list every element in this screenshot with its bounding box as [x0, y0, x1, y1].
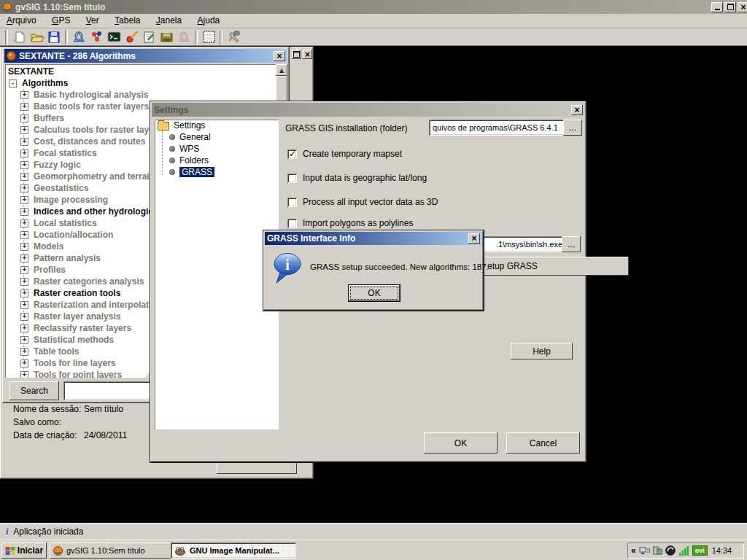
- expand-icon[interactable]: [20, 126, 28, 134]
- sextante-toolbox-icon[interactable]: [70, 29, 88, 45]
- tree-item[interactable]: Calculus tools for raster layer: [34, 125, 157, 135]
- expand-icon[interactable]: [20, 348, 28, 356]
- agent-icon[interactable]: [665, 545, 676, 556]
- menu-gps[interactable]: GPS: [45, 14, 77, 27]
- info-ok-button[interactable]: OK: [348, 284, 400, 302]
- menu-ver[interactable]: Ver: [80, 14, 106, 27]
- checkbox-icon[interactable]: [287, 198, 297, 207]
- tree-item[interactable]: Rasterization and interpolati: [34, 300, 151, 310]
- tree-item[interactable]: Reclassify raster layers: [34, 323, 131, 333]
- tree-item[interactable]: Cost, distances and routes: [34, 136, 145, 147]
- expand-icon[interactable]: [20, 219, 28, 228]
- tree-item[interactable]: Buffers: [34, 113, 64, 123]
- expand-icon[interactable]: [20, 243, 28, 251]
- sextante-close-button[interactable]: [274, 51, 285, 61]
- expand-icon[interactable]: [20, 301, 28, 309]
- expand-icon[interactable]: [20, 289, 28, 298]
- tree-item-algorithms[interactable]: Algorithms: [22, 78, 68, 88]
- tree-item[interactable]: Focal statistics: [34, 148, 97, 158]
- project-restore-button[interactable]: [292, 50, 301, 59]
- option-geographic-latlong[interactable]: Input data is geographic lat/long: [287, 173, 427, 183]
- tree-item[interactable]: Profiles: [34, 265, 66, 275]
- start-button[interactable]: Iniciar: [1, 542, 47, 559]
- expand-icon[interactable]: [20, 173, 28, 181]
- expand-icon[interactable]: [20, 324, 28, 332]
- tree-item[interactable]: Location/allocation: [34, 230, 113, 240]
- help-button[interactable]: Help: [511, 343, 573, 359]
- expand-icon[interactable]: [20, 196, 28, 204]
- tree-item[interactable]: Tools for point layers: [34, 370, 122, 378]
- expand-icon[interactable]: [20, 103, 28, 111]
- checkbox-icon[interactable]: [287, 219, 297, 228]
- project-close-button[interactable]: [303, 50, 312, 59]
- settings-tree-wps[interactable]: WPS: [179, 144, 199, 154]
- tree-item[interactable]: Table tools: [34, 346, 79, 357]
- grass-folder-browse-button[interactable]: ...: [563, 120, 582, 136]
- settings-cancel-button[interactable]: Cancel: [506, 432, 580, 454]
- scroll-up-icon[interactable]: ▲: [276, 64, 287, 76]
- info-close-button[interactable]: [468, 233, 480, 244]
- checkbox-checked-icon[interactable]: [287, 149, 297, 159]
- expand-icon[interactable]: [20, 184, 28, 192]
- expand-icon[interactable]: [20, 149, 28, 158]
- notes-icon[interactable]: [140, 29, 158, 45]
- expand-icon[interactable]: [20, 254, 28, 262]
- expand-icon[interactable]: [20, 336, 28, 344]
- grass-folder-input[interactable]: quivos de programas\GRASS 6.4.1: [429, 120, 568, 136]
- tree-item[interactable]: Models: [34, 241, 63, 252]
- shell-browse-button[interactable]: ...: [562, 236, 581, 252]
- expand-icon[interactable]: [20, 266, 28, 274]
- expand-icon[interactable]: [20, 138, 28, 146]
- option-polygons-polylines[interactable]: Import polygons as polylines: [287, 218, 413, 228]
- tree-item[interactable]: Local statistics: [34, 218, 97, 228]
- restore-button[interactable]: [724, 2, 736, 12]
- settings-tree-grass[interactable]: GRASS: [179, 167, 214, 177]
- task-gimp[interactable]: GNU Image Manipulat...: [171, 542, 296, 559]
- open-folder-icon[interactable]: [28, 29, 45, 45]
- tree-item[interactable]: Indices and other hydrologica: [34, 206, 158, 217]
- task-gvsig[interactable]: gvSIG 1.10:Sem título: [50, 542, 175, 559]
- history-icon[interactable]: [123, 29, 140, 45]
- device-icon[interactable]: [653, 546, 662, 555]
- expand-icon[interactable]: [20, 114, 28, 122]
- expand-icon[interactable]: [20, 278, 28, 286]
- tree-item[interactable]: Tools for line layers: [34, 358, 115, 368]
- molecule-icon[interactable]: [88, 29, 105, 45]
- tree-item[interactable]: Geostatistics: [34, 183, 88, 193]
- option-vector-3d[interactable]: Process all input vector data as 3D: [287, 197, 438, 207]
- settings-ok-button[interactable]: OK: [424, 432, 498, 454]
- database-icon[interactable]: [158, 29, 175, 45]
- option-create-mapset[interactable]: Create temporary mapset: [287, 149, 402, 159]
- new-document-icon[interactable]: [10, 29, 28, 45]
- close-button[interactable]: [738, 2, 747, 12]
- tools-icon[interactable]: [225, 29, 242, 45]
- settings-tree-general[interactable]: General: [179, 132, 211, 142]
- checkbox-icon[interactable]: [287, 174, 297, 183]
- tree-item[interactable]: Image processing: [34, 195, 108, 205]
- minimize-button[interactable]: [711, 2, 723, 12]
- tree-item[interactable]: Raster creation tools: [34, 288, 120, 298]
- tree-item[interactable]: Fuzzy logic: [34, 160, 81, 170]
- expand-icon[interactable]: [20, 371, 28, 378]
- tray-chevrons-icon[interactable]: «: [631, 545, 636, 556]
- tree-item[interactable]: Basic hydrological analysis: [34, 90, 148, 100]
- sextante-disabled-icon[interactable]: [175, 29, 193, 45]
- menu-janela[interactable]: Janela: [150, 14, 188, 27]
- tree-item[interactable]: Statistical methods: [34, 335, 114, 345]
- project-partial-button[interactable]: [217, 462, 297, 474]
- signal-bars-icon[interactable]: [678, 545, 689, 556]
- settings-close-button[interactable]: [571, 105, 583, 115]
- menu-tabela[interactable]: Tabela: [108, 14, 147, 27]
- menu-arquivo[interactable]: Arquivo: [0, 14, 43, 27]
- expand-icon[interactable]: [20, 313, 28, 321]
- collapse-icon[interactable]: [9, 79, 17, 88]
- expand-icon[interactable]: [20, 91, 28, 99]
- expand-icon[interactable]: [20, 208, 28, 216]
- save-icon[interactable]: [45, 29, 63, 45]
- tree-item[interactable]: Geomorphometry and terrain: [34, 171, 155, 182]
- menu-ajuda[interactable]: Ajuda: [191, 14, 227, 27]
- tree-item[interactable]: Pattern analysis: [34, 253, 101, 263]
- tree-root[interactable]: SEXTANTE: [8, 66, 54, 77]
- ovi-badge[interactable]: ovi: [692, 545, 708, 556]
- settings-tree-root[interactable]: Settings: [174, 120, 205, 131]
